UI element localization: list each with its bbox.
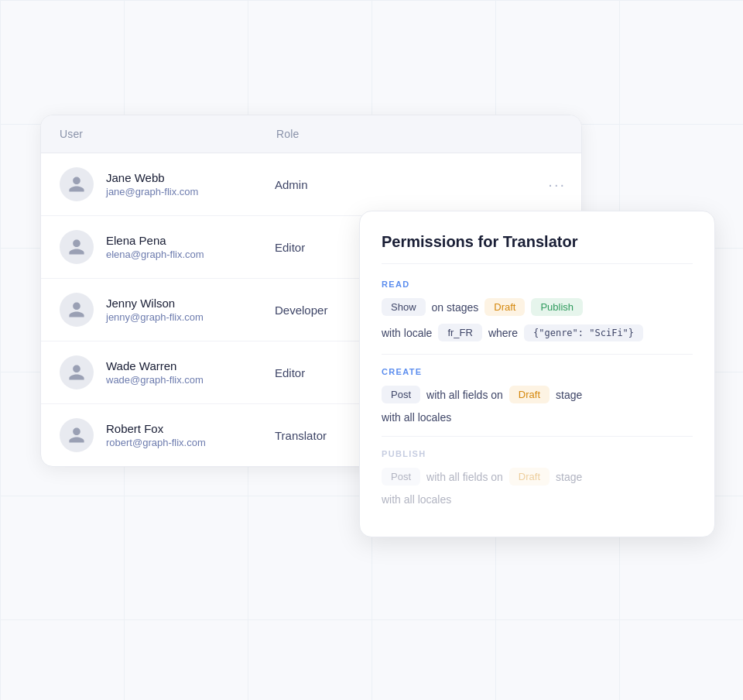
badge-post: Post — [382, 386, 420, 403]
column-role-header: Role — [276, 128, 563, 140]
publish-section-label: PUBLISH — [382, 449, 693, 458]
create-section-label: CREATE — [382, 367, 693, 376]
badge-show: Show — [382, 298, 426, 316]
user-name: Jenny Wilson — [106, 297, 275, 310]
user-email: jenny@graph-flix.com — [106, 311, 275, 323]
user-info: Jenny Wilson jenny@graph-flix.com — [106, 297, 275, 323]
user-email: jane@graph-flix.com — [106, 186, 275, 197]
table-row[interactable]: Jane Webb jane@graph-flix.com Admin ··· — [41, 153, 581, 216]
perm-text-all-locales-2: with all locales — [382, 493, 451, 506]
user-info: Jane Webb jane@graph-flix.com — [106, 171, 275, 197]
read-rule-row-1: Show on stages Draft Publish — [382, 298, 693, 316]
badge-publish: Publish — [531, 298, 583, 316]
avatar — [60, 230, 94, 264]
avatar — [60, 418, 94, 452]
avatar — [60, 293, 94, 327]
user-email: wade@graph-flix.com — [106, 374, 275, 386]
table-header: User Role — [41, 115, 581, 153]
read-rule-row-2: with locale fr_FR where {"genre": "SciFi… — [382, 324, 693, 341]
permissions-read-section: READ Show on stages Draft Publish with l… — [382, 280, 693, 341]
badge-post-publish: Post — [382, 468, 420, 486]
permissions-title: Permissions for Translator — [382, 233, 693, 264]
badge-draft: Draft — [484, 298, 525, 316]
perm-text-on-stages: on stages — [432, 301, 479, 314]
user-role: Admin — [275, 178, 563, 191]
create-rule-row-2: with all locales — [382, 411, 693, 424]
user-name: Jane Webb — [106, 171, 275, 184]
perm-text-where: where — [488, 327, 518, 339]
user-info: Robert Fox robert@graph-flix.com — [106, 422, 275, 448]
user-info: Elena Pena elena@graph-flix.com — [106, 234, 275, 260]
badge-draft-create: Draft — [509, 386, 550, 403]
perm-text-with-all-fields-2: with all fields on — [426, 471, 503, 483]
user-name: Robert Fox — [106, 422, 275, 435]
section-divider-2 — [382, 436, 693, 437]
perm-text-with-all-fields: with all fields on — [426, 389, 503, 401]
avatar — [60, 355, 94, 389]
user-email: robert@graph-flix.com — [106, 437, 275, 448]
permissions-create-section: CREATE Post with all fields on Draft sta… — [382, 367, 693, 424]
read-section-label: READ — [382, 280, 693, 289]
section-divider — [382, 354, 693, 355]
row-actions-button[interactable]: ··· — [548, 176, 566, 194]
publish-rule-row-1: Post with all fields on Draft stage — [382, 468, 693, 486]
user-email: elena@graph-flix.com — [106, 249, 275, 260]
permissions-publish-section: PUBLISH Post with all fields on Draft st… — [382, 449, 693, 506]
badge-filter: {"genre": "SciFi"} — [524, 324, 643, 341]
user-name: Wade Warren — [106, 359, 275, 372]
user-info: Wade Warren wade@graph-flix.com — [106, 359, 275, 386]
user-name: Elena Pena — [106, 234, 275, 247]
badge-locale: fr_FR — [438, 324, 482, 341]
avatar — [60, 167, 94, 201]
badge-draft-publish: Draft — [509, 468, 550, 486]
column-user-header: User — [60, 128, 276, 140]
create-rule-row-1: Post with all fields on Draft stage — [382, 386, 693, 403]
perm-text-all-locales: with all locales — [382, 411, 451, 424]
perm-text-with-locale: with locale — [382, 327, 432, 339]
publish-rule-row-2: with all locales — [382, 493, 693, 506]
perm-text-stage-2: stage — [556, 471, 582, 483]
perm-text-stage: stage — [556, 389, 582, 401]
permissions-card: Permissions for Translator READ Show on … — [359, 211, 715, 537]
